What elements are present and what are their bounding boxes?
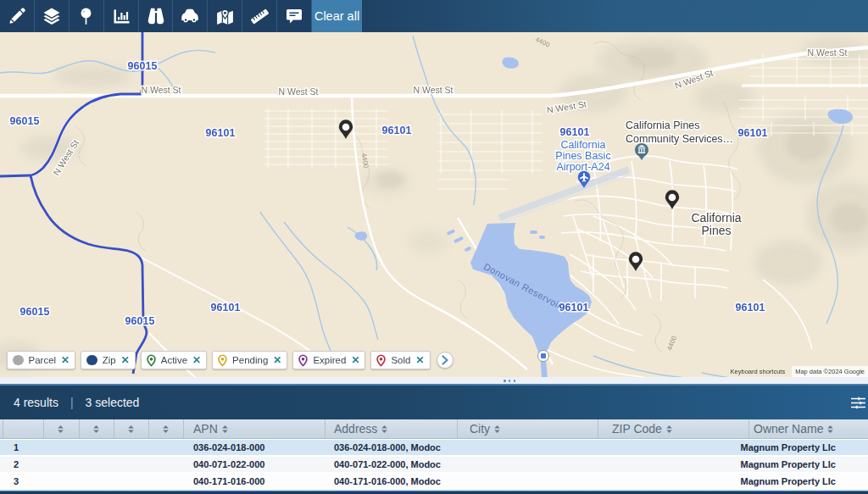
svg-text:N West St: N West St — [413, 85, 453, 95]
svg-text:N West St: N West St — [278, 86, 318, 97]
svg-text:California: California — [691, 211, 741, 225]
svg-text:N West St: N West St — [141, 85, 181, 95]
svg-text:96101: 96101 — [211, 302, 241, 314]
svg-text:96015: 96015 — [128, 60, 158, 72]
svg-text:Community Services…: Community Services… — [626, 133, 733, 145]
svg-text:96015: 96015 — [125, 315, 155, 327]
svg-text:96101: 96101 — [559, 302, 589, 314]
svg-text:96101: 96101 — [560, 126, 590, 138]
svg-text:Pines: Pines — [701, 224, 731, 237]
svg-text:N West St: N West St — [807, 47, 847, 58]
svg-text:96101: 96101 — [736, 302, 765, 314]
svg-text:96101: 96101 — [738, 127, 768, 139]
svg-text:California Pines: California Pines — [626, 119, 700, 131]
svg-text:California: California — [561, 139, 606, 151]
svg-text:96015: 96015 — [20, 306, 50, 318]
svg-text:96015: 96015 — [10, 115, 40, 127]
svg-text:96101: 96101 — [206, 127, 236, 139]
svg-text:96101: 96101 — [382, 125, 412, 136]
svg-text:Pines Basic: Pines Basic — [555, 150, 610, 162]
